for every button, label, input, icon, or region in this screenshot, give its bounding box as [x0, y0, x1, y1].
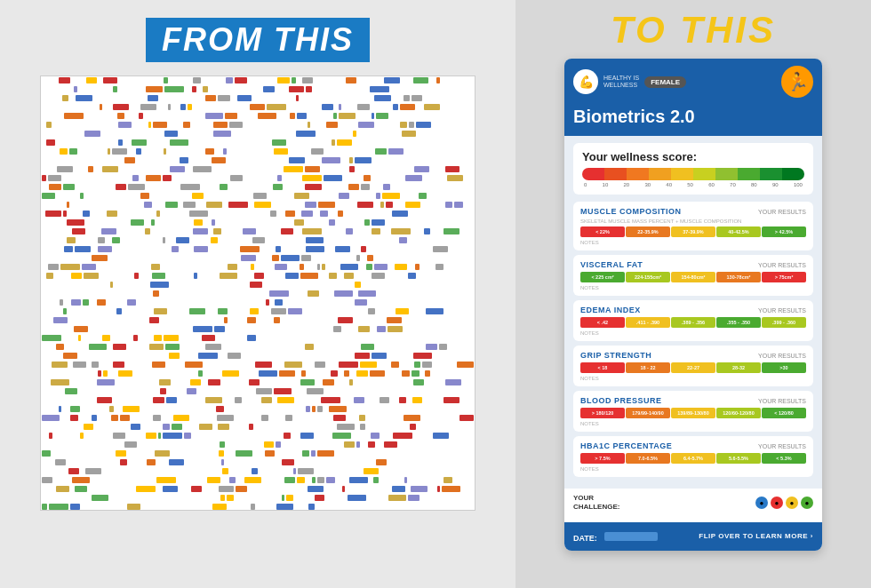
metrics-container: MUSCLE COMPOSITION YOUR RESULTS SKELETAL… [573, 202, 813, 477]
range-segment: 22-27 [671, 362, 715, 373]
metric-header: HbA1c PERCENTAGE YOUR RESULTS [580, 441, 806, 450]
range-bar: < 22%22-35.9%37-39.9%40-42.5%> 42.5% [580, 226, 806, 237]
from-this-label: FROM THIS [146, 18, 370, 62]
range-segment: 7.0-6.5% [626, 453, 670, 464]
wellness-score-label: Your wellness score: [582, 150, 804, 163]
challenge-row: YOURCHALLENGE: ● ● ● ● [573, 494, 813, 513]
card-title-section: Biometrics 2.0 [564, 105, 822, 136]
to-this-label: TO THIS [611, 9, 776, 52]
range-segment: .399 - .360 [762, 317, 806, 328]
date-label: DATE: [573, 534, 597, 543]
range-segment: 120/60-120/80 [716, 408, 761, 418]
wellness-score-box: Your wellness score: 010203040 506070809… [573, 143, 813, 195]
logo-icon: 💪 [573, 69, 598, 94]
challenge-icon-red: ● [771, 497, 783, 509]
bottom-section: YOURCHALLENGE: ● ● ● ● [564, 489, 822, 522]
card-body: Your wellness score: 010203040 506070809… [564, 136, 822, 489]
challenge-icon-blue: ● [755, 497, 768, 509]
spreadsheet-image [40, 75, 475, 511]
range-segment: > 75cm² [762, 272, 806, 282]
range-segment: 130-78cm² [716, 272, 761, 282]
your-results-label: YOUR RESULTS [758, 307, 806, 314]
metric-header: VISCERAL FAT YOUR RESULTS [580, 260, 806, 269]
notes-label: NOTES [580, 240, 806, 245]
header-left: 💪 HEALTHY IS WELLNESS FEMALE [573, 69, 686, 94]
your-results-label: YOUR RESULTS [758, 353, 806, 359]
metric-muscle: MUSCLE COMPOSITION YOUR RESULTS SKELETAL… [573, 202, 813, 250]
range-segment: 18 - 22 [626, 362, 670, 373]
range-segment: > 180/120 [580, 408, 625, 418]
brand-sub: WELLNESS [603, 82, 639, 89]
range-segment: 139/89-130/80 [671, 408, 715, 418]
metric-hba1c: HbA1c PERCENTAGE YOUR RESULTS > 7.5%7.0-… [573, 436, 813, 477]
range-segment: < 5.3% [762, 453, 806, 464]
metric-title: MUSCLE COMPOSITION [580, 207, 682, 216]
range-bar: > 7.5%7.0-6.5%6.4-5.7%5.6-5.5%< 5.3% [580, 453, 806, 464]
challenge-icon-green: ● [801, 497, 813, 509]
card-title: Biometrics 2.0 [573, 107, 813, 127]
metric-subtitle: SKELETAL MUSCLE MASS PERCENT + MUSCLE CO… [580, 219, 806, 224]
score-numbers: 010203040 5060708090100 [582, 182, 804, 187]
range-segment: 37-39.9% [671, 226, 715, 237]
your-results-label: YOUR RESULTS [758, 398, 806, 404]
score-bar [582, 168, 804, 180]
notes-label: NOTES [580, 421, 806, 426]
range-segment: 154-80cm² [671, 272, 715, 282]
range-segment: 6.4-5.7% [671, 453, 715, 464]
range-segment: < 120/80 [762, 408, 806, 418]
avatar-circle: 🏃 [781, 66, 813, 98]
range-segment: > 7.5% [580, 453, 625, 464]
range-segment: .411 - .390 [626, 317, 670, 328]
notes-label: NOTES [580, 285, 806, 290]
range-segment: .355 - .350 [716, 317, 761, 328]
metric-edema: EDEMA INDEX YOUR RESULTS < .42.411 - .39… [573, 300, 813, 341]
your-results-label: YOUR RESULTS [758, 262, 806, 268]
range-bar: < .42.411 - .390.389 - .356.355 - .350.3… [580, 317, 806, 328]
metric-title: VISCERAL FAT [580, 260, 643, 269]
biometrics-card: 💪 HEALTHY IS WELLNESS FEMALE 🏃 Biometric… [564, 59, 822, 551]
range-segment: < 22% [580, 226, 625, 237]
notes-label: NOTES [580, 376, 806, 381]
notes-label: NOTES [580, 330, 806, 336]
card-footer: DATE: FLIP OVER TO LEARN MORE › [564, 522, 822, 551]
left-section: FROM THIS [0, 0, 515, 588]
range-segment: >30 [762, 362, 806, 373]
card-header: 💪 HEALTHY IS WELLNESS FEMALE 🏃 [564, 59, 822, 105]
flip-over-text: FLIP OVER TO LEARN MORE › [699, 532, 813, 540]
range-segment: < 18 [580, 362, 625, 373]
metric-header: BLOOD PRESSURE YOUR RESULTS [580, 396, 806, 405]
notes-label: NOTES [580, 466, 806, 472]
brand-name: HEALTHY IS [603, 75, 639, 82]
your-challenge-label: YOURCHALLENGE: [573, 494, 619, 513]
right-section: TO THIS 💪 HEALTHY IS WELLNESS FEMALE 🏃 B… [515, 0, 871, 588]
metric-grip: GRIP STRENGTH YOUR RESULTS < 1818 - 2222… [573, 346, 813, 386]
challenge-icons: ● ● ● ● [755, 497, 813, 509]
footer-date-area: DATE: [573, 528, 658, 544]
metric-header: GRIP STRENGTH YOUR RESULTS [580, 351, 806, 360]
metric-title: BLOOD PRESSURE [580, 396, 662, 405]
range-segment: < .42 [580, 317, 625, 328]
metric-header: MUSCLE COMPOSITION YOUR RESULTS [580, 207, 806, 216]
metric-title: GRIP STRENGTH [580, 351, 651, 360]
range-segment: 179/99-140/90 [626, 408, 670, 418]
range-segment: 28-32 [716, 362, 761, 373]
range-segment: < 225 cm² [580, 272, 625, 282]
metric-header: EDEMA INDEX YOUR RESULTS [580, 306, 806, 314]
range-segment: 40-42.5% [716, 226, 761, 237]
brand-text: HEALTHY IS WELLNESS [603, 75, 639, 90]
date-input-box[interactable] [604, 532, 658, 541]
range-segment: .389 - .356 [671, 317, 715, 328]
female-badge: FEMALE [644, 76, 686, 88]
metric-visceral: VISCERAL FAT YOUR RESULTS < 225 cm²224-1… [573, 255, 813, 296]
range-segment: > 42.5% [762, 226, 806, 237]
range-bar: < 1818 - 2222-2728-32>30 [580, 362, 806, 373]
range-bar: < 225 cm²224-155cm²154-80cm²130-78cm²> 7… [580, 272, 806, 282]
challenge-icon-yellow: ● [786, 497, 798, 509]
range-segment: 22-35.9% [626, 226, 670, 237]
range-segment: 224-155cm² [626, 272, 670, 282]
your-results-label: YOUR RESULTS [758, 443, 806, 449]
range-bar: > 180/120179/99-140/90139/89-130/80120/6… [580, 408, 806, 418]
metric-bp: BLOOD PRESSURE YOUR RESULTS > 180/120179… [573, 391, 813, 432]
metric-title: EDEMA INDEX [580, 306, 641, 314]
metric-title: HbA1c PERCENTAGE [580, 441, 672, 450]
